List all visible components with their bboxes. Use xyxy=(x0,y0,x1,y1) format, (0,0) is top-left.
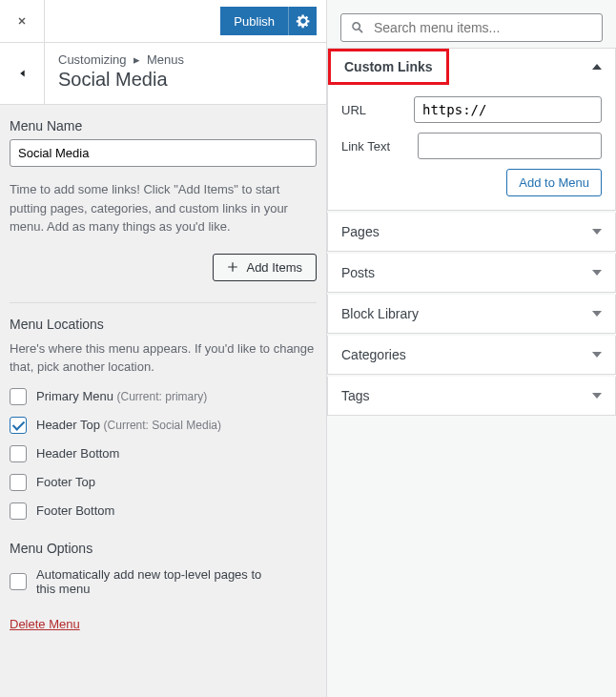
chevron-down-icon xyxy=(592,393,602,399)
search-container xyxy=(340,13,603,42)
chevron-up-icon xyxy=(592,64,602,70)
accordion-tags[interactable]: Tags xyxy=(327,377,616,416)
accordion-label: Tags xyxy=(341,388,370,403)
breadcrumb-section[interactable]: Menus xyxy=(147,52,184,67)
custom-links-label: Custom Links xyxy=(328,49,449,85)
breadcrumb: Customizing ▸ Menus xyxy=(58,52,184,67)
add-items-label: Add Items xyxy=(246,260,302,275)
gear-icon xyxy=(296,13,311,29)
chevron-left-icon xyxy=(13,65,31,82)
url-label: URL xyxy=(341,103,414,117)
url-input[interactable] xyxy=(414,96,602,123)
location-row: Footer Top xyxy=(10,474,317,491)
breadcrumb-root[interactable]: Customizing xyxy=(58,52,127,67)
plus-icon xyxy=(227,261,238,273)
chevron-down-icon xyxy=(592,270,602,276)
accordion-label: Posts xyxy=(341,265,375,280)
publish-button[interactable]: Publish xyxy=(220,7,288,35)
search-input[interactable] xyxy=(340,13,603,42)
accordion-categories[interactable]: Categories xyxy=(327,336,616,375)
custom-links-body: URL Link Text Add to Menu xyxy=(327,85,616,211)
location-checkbox[interactable] xyxy=(10,388,27,405)
menu-name-label: Menu Name xyxy=(10,118,317,133)
accordion-block-library[interactable]: Block Library xyxy=(327,295,616,334)
chevron-down-icon xyxy=(592,352,602,358)
location-row: Primary Menu (Current: primary) xyxy=(10,388,317,405)
link-text-label: Link Text xyxy=(341,139,418,154)
location-checkbox[interactable] xyxy=(10,474,27,491)
back-button[interactable] xyxy=(0,43,45,104)
accordion-posts[interactable]: Posts xyxy=(327,254,616,293)
location-label: Primary Menu (Current: primary) xyxy=(36,389,207,403)
publish-settings-button[interactable] xyxy=(288,7,317,35)
location-label: Header Top (Current: Social Media) xyxy=(36,418,221,432)
accordion-pages[interactable]: Pages xyxy=(327,213,616,252)
search-icon xyxy=(350,20,365,35)
location-row: Header Top (Current: Social Media) xyxy=(10,417,317,434)
location-checkbox[interactable] xyxy=(10,445,27,462)
accordion-custom-links[interactable]: Custom Links xyxy=(327,49,616,85)
location-row: Header Bottom xyxy=(10,445,317,462)
location-checkbox[interactable] xyxy=(10,502,27,520)
chevron-down-icon xyxy=(592,311,602,317)
auto-add-pages-checkbox[interactable] xyxy=(10,573,27,590)
menu-locations-help: Here's where this menu appears. If you'd… xyxy=(10,339,317,377)
menu-help-text: Time to add some links! Click "Add Items… xyxy=(10,180,317,236)
add-items-button[interactable]: Add Items xyxy=(213,254,317,281)
auto-add-pages-label: Automatically add new top-level pages to… xyxy=(36,567,284,596)
add-to-menu-button[interactable]: Add to Menu xyxy=(506,169,602,196)
close-icon xyxy=(15,14,29,28)
location-checkbox[interactable] xyxy=(10,417,27,434)
location-label: Footer Bottom xyxy=(36,503,114,518)
menu-options-title: Menu Options xyxy=(10,541,317,556)
accordion-label: Pages xyxy=(341,224,380,239)
menu-name-input[interactable] xyxy=(10,139,317,167)
link-text-input[interactable] xyxy=(418,133,602,159)
location-label: Footer Top xyxy=(36,475,95,489)
page-title: Social Media xyxy=(58,69,184,91)
auto-add-pages-row: Automatically add new top-level pages to… xyxy=(10,567,317,596)
close-button[interactable] xyxy=(0,0,45,42)
delete-menu-link[interactable]: Delete Menu xyxy=(10,617,80,631)
accordion-label: Block Library xyxy=(341,306,419,321)
location-label: Header Bottom xyxy=(36,446,119,461)
location-row: Footer Bottom xyxy=(10,502,317,520)
menu-locations-title: Menu Locations xyxy=(10,317,317,332)
chevron-down-icon xyxy=(592,229,602,235)
accordion-label: Categories xyxy=(341,347,406,362)
